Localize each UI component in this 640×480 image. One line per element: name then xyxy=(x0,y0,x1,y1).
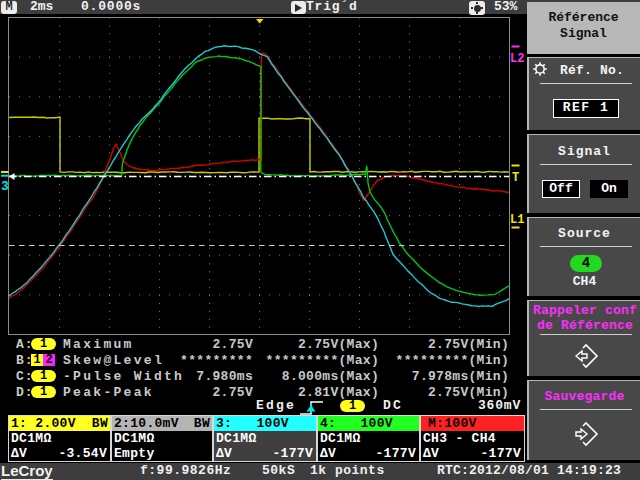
svg-text:T: T xyxy=(512,171,519,185)
svg-text:L2: L2 xyxy=(510,52,524,66)
svg-text:L1: L1 xyxy=(510,213,524,227)
svg-text:3: 3 xyxy=(1,179,9,194)
